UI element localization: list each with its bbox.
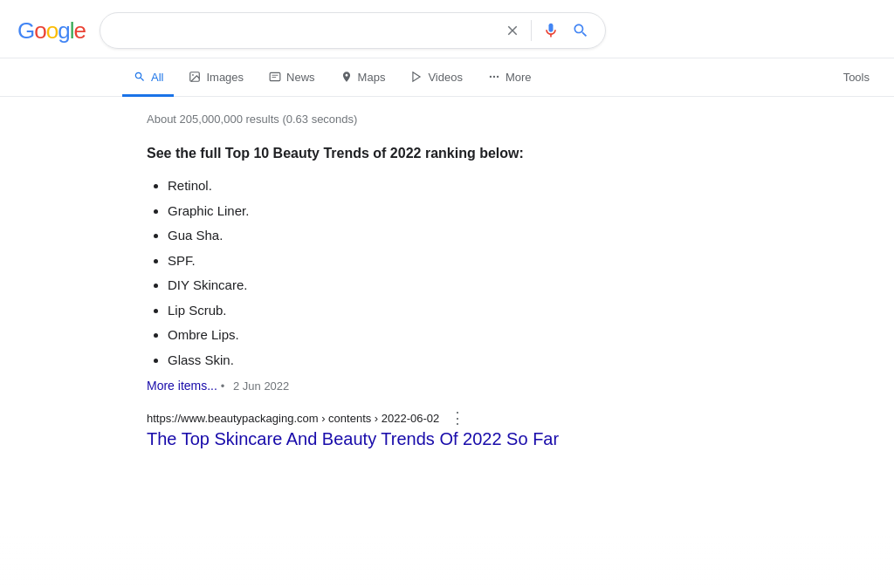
list-item: Gua Sha.: [168, 226, 664, 246]
maps-icon: [340, 70, 354, 84]
result-url-row: https://www.beautypackaging.com › conten…: [147, 410, 664, 426]
list-item: Retinol.: [168, 176, 664, 196]
results-area: About 205,000,000 results (0.63 seconds)…: [0, 97, 681, 468]
result-title[interactable]: The Top Skincare And Beauty Trends Of 20…: [147, 429, 559, 448]
mic-button[interactable]: [540, 20, 561, 41]
tab-videos[interactable]: Videos: [399, 59, 473, 97]
tools-button[interactable]: Tools: [836, 60, 877, 94]
search-input[interactable]: natural beauty trends 2022: [114, 23, 494, 38]
search-button[interactable]: [570, 20, 591, 41]
svg-rect-2: [270, 72, 280, 80]
result-options-button[interactable]: ⋮: [446, 410, 469, 426]
results-stats: About 205,000,000 results (0.63 seconds): [147, 113, 664, 126]
result-url: https://www.beautypackaging.com › conten…: [147, 412, 439, 425]
search-small-icon: [133, 70, 147, 84]
list-item: SPF.: [168, 251, 664, 271]
snippet-date: 2 Jun 2022: [233, 379, 289, 393]
videos-icon: [409, 70, 423, 84]
images-icon: [188, 70, 202, 84]
google-logo: Google: [17, 17, 86, 44]
list-item: Lip Scrub.: [168, 301, 664, 321]
svg-marker-5: [413, 72, 420, 82]
featured-snippet: See the full Top 10 Beauty Trends of 202…: [147, 143, 664, 393]
svg-point-6: [490, 76, 492, 78]
more-items-link[interactable]: More items...: [147, 379, 217, 393]
tab-maps[interactable]: Maps: [329, 59, 396, 97]
search-box: natural beauty trends 2022: [100, 12, 606, 49]
tab-news[interactable]: News: [258, 59, 326, 97]
clear-button[interactable]: [503, 21, 522, 40]
svg-point-7: [493, 76, 495, 78]
tab-more[interactable]: More: [477, 59, 542, 97]
divider: [531, 20, 532, 41]
dots-icon: [487, 70, 501, 84]
result-item: https://www.beautypackaging.com › conten…: [147, 410, 664, 450]
news-icon: [268, 70, 282, 84]
list-item: Ombre Lips.: [168, 325, 664, 345]
snippet-footer: More items... • 2 Jun 2022: [147, 379, 664, 393]
list-item: Graphic Liner.: [168, 202, 664, 222]
top-bar: Google natural beauty trends 2022: [0, 0, 894, 58]
svg-point-1: [193, 74, 195, 76]
tab-all[interactable]: All: [122, 59, 174, 97]
list-item: DIY Skincare.: [168, 276, 664, 296]
snippet-list: Retinol. Graphic Liner. Gua Sha. SPF. DI…: [147, 176, 664, 370]
tab-images[interactable]: Images: [177, 59, 254, 97]
list-item: Glass Skin.: [168, 351, 664, 371]
snippet-bullet: •: [221, 379, 228, 393]
snippet-heading: See the full Top 10 Beauty Trends of 202…: [147, 143, 664, 164]
svg-point-8: [497, 76, 499, 78]
nav-tabs: All Images News Maps Videos More Tools: [0, 58, 894, 97]
